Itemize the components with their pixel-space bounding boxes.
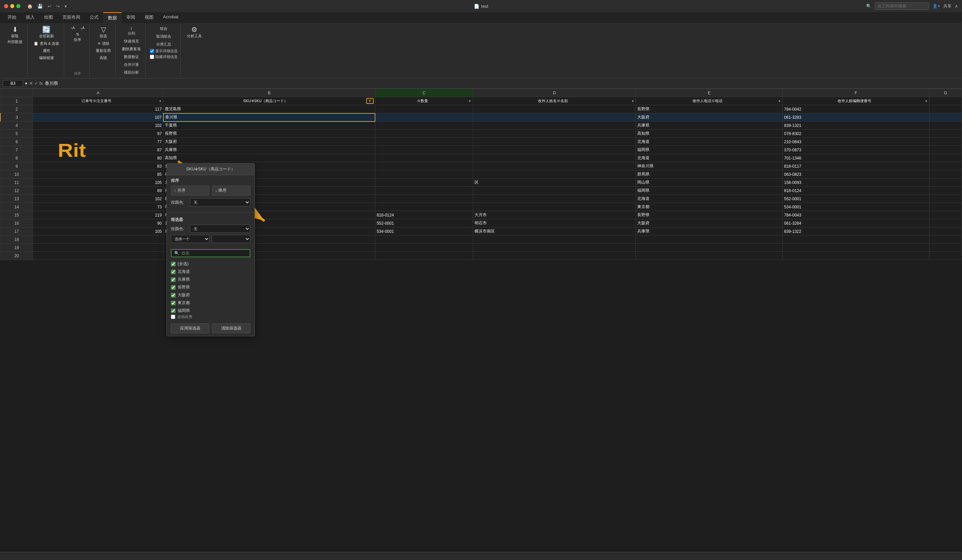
clear-btn[interactable]: ✕ 清除: [95, 40, 111, 47]
check-5-input[interactable]: [171, 309, 176, 313]
cell-f10[interactable]: 063-0823: [783, 171, 930, 179]
cell-c2[interactable]: [375, 105, 473, 113]
check-4-input[interactable]: [171, 301, 176, 306]
minimize-button[interactable]: [10, 4, 14, 8]
cell-a16[interactable]: 90: [33, 219, 163, 227]
cell-d8[interactable]: [473, 154, 636, 162]
tab-page-layout[interactable]: 页面布局: [58, 12, 85, 23]
edit-links-btn[interactable]: 编辑链接: [37, 55, 56, 61]
cell-f1[interactable]: 收件人邮编郵便番号 ▼: [783, 97, 930, 105]
cell-e15[interactable]: 長野県: [636, 211, 783, 219]
cell-e19[interactable]: [636, 244, 783, 252]
value-select[interactable]: [211, 235, 250, 243]
cell-d7[interactable]: [473, 146, 636, 154]
cell-d10[interactable]: [473, 171, 636, 179]
cell-d6[interactable]: [473, 138, 636, 146]
operator-select[interactable]: 选择一个: [171, 235, 210, 243]
col-header-d[interactable]: D: [473, 89, 636, 97]
cell-a8[interactable]: 80: [33, 154, 163, 162]
cell-f2[interactable]: 784-0042: [783, 105, 930, 113]
cell-e11[interactable]: 岡山県: [636, 179, 783, 187]
cell-c11[interactable]: [375, 179, 473, 187]
cell-e4[interactable]: 兵庫県: [636, 122, 783, 130]
cell-d13[interactable]: [473, 195, 636, 203]
cell-d11[interactable]: 区: [473, 179, 636, 187]
filter-arrow-f[interactable]: ▼: [925, 100, 928, 103]
checkbox-item-5[interactable]: 福岡県: [171, 307, 250, 313]
col-header-f[interactable]: F: [783, 89, 930, 97]
checkbox-select-all[interactable]: (全选): [171, 260, 250, 268]
cell-e8[interactable]: 北海道: [636, 154, 783, 162]
cell-f7[interactable]: 370-0873: [783, 146, 930, 154]
filter-btn[interactable]: ▽ 筛选: [97, 25, 110, 40]
cell-f16[interactable]: 061-3284: [783, 219, 930, 227]
col-header-a[interactable]: A: [33, 89, 163, 97]
cell-c8[interactable]: [375, 154, 473, 162]
cell-c12[interactable]: [375, 187, 473, 195]
cell-e1[interactable]: 收件人电话※电话 ▼: [636, 97, 783, 105]
cell-c10[interactable]: [375, 171, 473, 179]
reapply-btn[interactable]: 重新应用: [94, 48, 113, 54]
validate-btn[interactable]: 数据验证: [122, 53, 141, 60]
check-3-input[interactable]: [171, 293, 176, 298]
cell-a9[interactable]: 83: [33, 162, 163, 171]
cell-d14[interactable]: [473, 203, 636, 211]
filter-arrow-d[interactable]: ▼: [631, 100, 634, 103]
save-icon[interactable]: 💾: [37, 4, 43, 9]
col-header-b[interactable]: B: [163, 89, 375, 97]
cell-f14[interactable]: 534-0001: [783, 203, 930, 211]
redo-icon[interactable]: ↪: [56, 4, 60, 9]
cell-d2[interactable]: [473, 105, 636, 113]
cell-c15[interactable]: 818-0124: [375, 211, 473, 219]
cell-d15[interactable]: 大月市: [473, 211, 636, 219]
cell-e17[interactable]: 兵庫県: [636, 227, 783, 235]
cell-c13[interactable]: [375, 195, 473, 203]
query-connect-btn[interactable]: 📋 查询 & 连接: [32, 40, 61, 47]
cell-e5[interactable]: 高知県: [636, 130, 783, 138]
cell-c14[interactable]: [375, 203, 473, 211]
cell-e13[interactable]: 北海道: [636, 195, 783, 203]
cell-f3[interactable]: 061-3283: [783, 113, 930, 122]
cell-f18[interactable]: [783, 235, 930, 244]
cell-c6[interactable]: [375, 138, 473, 146]
cell-d17[interactable]: 横浜市南区: [473, 227, 636, 235]
cell-f4[interactable]: 839-1321: [783, 122, 930, 130]
get-external-btn[interactable]: ⬇ 获取 外部数据: [5, 25, 24, 45]
cell-b5[interactable]: 長野県: [163, 130, 375, 138]
cell-f9[interactable]: 818-0117: [783, 162, 930, 171]
search-input[interactable]: [875, 2, 929, 10]
cell-b8[interactable]: 高知県: [163, 154, 375, 162]
cell-a14[interactable]: 73: [33, 203, 163, 211]
subtotal-btn[interactable]: 分类汇总: [154, 41, 173, 48]
cell-a1[interactable]: 订单号※注文番号 ▼: [33, 97, 163, 105]
checkbox-item-2[interactable]: 長野県: [171, 283, 250, 291]
cell-a19[interactable]: [33, 244, 163, 252]
cell-c9[interactable]: [375, 162, 473, 171]
cell-a7[interactable]: 87: [33, 146, 163, 154]
cell-f6[interactable]: 210-0843: [783, 138, 930, 146]
filter-arrow-c[interactable]: ▼: [468, 100, 471, 103]
cell-a12[interactable]: 89: [33, 187, 163, 195]
check-2-input[interactable]: [171, 285, 176, 290]
cell-a15[interactable]: 119: [33, 211, 163, 219]
cell-f13[interactable]: 552-0001: [783, 195, 930, 203]
cell-d3[interactable]: [473, 113, 636, 122]
cell-reference[interactable]: [3, 80, 23, 87]
filter-search-input[interactable]: [181, 251, 247, 256]
col-header-c[interactable]: C: [375, 89, 473, 97]
cell-a13[interactable]: 102: [33, 195, 163, 203]
cell-f12[interactable]: 818-0124: [783, 187, 930, 195]
cell-a4[interactable]: 102: [33, 122, 163, 130]
expand-icon[interactable]: ▾: [25, 81, 27, 86]
fx-icon[interactable]: fx: [39, 81, 43, 86]
cell-e20[interactable]: [636, 252, 783, 260]
cell-f8[interactable]: 701-1346: [783, 154, 930, 162]
filter-button-b1[interactable]: ▼: [366, 98, 374, 104]
cell-e7[interactable]: 福岡県: [636, 146, 783, 154]
cell-a17[interactable]: 105: [33, 227, 163, 235]
checkbox-item-4[interactable]: 東京都: [171, 299, 250, 307]
cell-c17[interactable]: 534-0001: [375, 227, 473, 235]
sort-az-btn[interactable]: ↑A: [68, 25, 77, 31]
tab-formula[interactable]: 公式: [85, 12, 103, 23]
confirm-formula-icon[interactable]: ✓: [34, 81, 38, 86]
